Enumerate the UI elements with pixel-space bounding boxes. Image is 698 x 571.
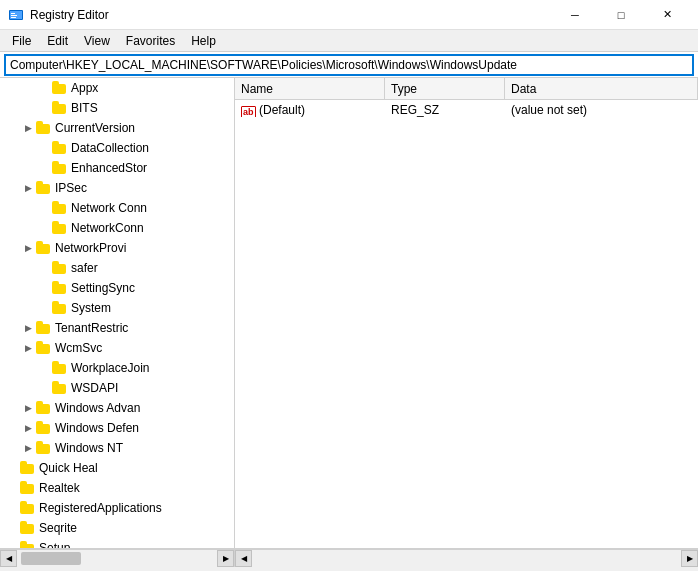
folder-icon	[36, 401, 52, 415]
folder-icon	[52, 161, 68, 175]
table-body[interactable]: (Default)REG_SZ(value not set)	[235, 100, 698, 548]
tree-label: Windows Defen	[55, 421, 139, 435]
folder-icon	[52, 301, 68, 315]
tree-label: DataCollection	[71, 141, 149, 155]
bottom-scrollbar: ◀ ▶ ◀ ▶	[0, 549, 698, 566]
tree-item[interactable]: DataCollection	[0, 138, 234, 158]
tree-arrow: ▶	[20, 423, 36, 433]
cell-type: REG_SZ	[385, 103, 505, 117]
folder-icon	[52, 381, 68, 395]
tree-item[interactable]: Appx	[0, 78, 234, 98]
folder-icon	[36, 421, 52, 435]
title-bar-controls: ─ □ ✕	[552, 0, 690, 30]
tree-item[interactable]: Seqrite	[0, 518, 234, 538]
tree-label: WcmSvc	[55, 341, 102, 355]
tree-item[interactable]: ▶Windows Advan	[0, 398, 234, 418]
menu-view[interactable]: View	[76, 30, 118, 51]
tree-label: Seqrite	[39, 521, 77, 535]
tree-item[interactable]: Setup	[0, 538, 234, 548]
tree-item[interactable]: Quick Heal	[0, 458, 234, 478]
menu-help[interactable]: Help	[183, 30, 224, 51]
folder-icon	[20, 521, 36, 535]
tree-item[interactable]: WSDAPI	[0, 378, 234, 398]
address-bar	[0, 52, 698, 78]
tree-panel: AppxBITS▶CurrentVersionDataCollectionEnh…	[0, 78, 235, 548]
cell-name: (Default)	[235, 103, 385, 117]
right-panel: Name Type Data (Default)REG_SZ(value not…	[235, 78, 698, 548]
scroll-left-btn-right[interactable]: ◀	[235, 550, 252, 567]
title-bar-title: Registry Editor	[30, 8, 109, 22]
svg-rect-2	[11, 13, 15, 14]
tree-item[interactable]: ▶Windows NT	[0, 438, 234, 458]
tree-item[interactable]: Network Conn	[0, 198, 234, 218]
maximize-button[interactable]: □	[598, 0, 644, 30]
tree-item[interactable]: ▶NetworkProvi	[0, 238, 234, 258]
folder-icon	[52, 261, 68, 275]
menu-file[interactable]: File	[4, 30, 39, 51]
tree-label: Appx	[71, 81, 98, 95]
scroll-right-btn[interactable]: ▶	[217, 550, 234, 567]
tree-item[interactable]: SettingSync	[0, 278, 234, 298]
close-button[interactable]: ✕	[644, 0, 690, 30]
folder-icon	[20, 481, 36, 495]
tree-item[interactable]: BITS	[0, 98, 234, 118]
folder-icon	[20, 501, 36, 515]
tree-item[interactable]: EnhancedStor	[0, 158, 234, 178]
tree-item[interactable]: ▶IPSec	[0, 178, 234, 198]
tree-label: Quick Heal	[39, 461, 98, 475]
tree-arrow: ▶	[20, 123, 36, 133]
tree-item[interactable]: Realtek	[0, 478, 234, 498]
folder-icon	[52, 101, 68, 115]
tree-arrow: ▶	[20, 343, 36, 353]
tree-scroll[interactable]: AppxBITS▶CurrentVersionDataCollectionEnh…	[0, 78, 234, 548]
tree-item[interactable]: System	[0, 298, 234, 318]
scroll-track-left	[17, 550, 217, 567]
tree-item[interactable]: safer	[0, 258, 234, 278]
folder-icon	[52, 141, 68, 155]
tree-label: Windows NT	[55, 441, 123, 455]
tree-item[interactable]: WorkplaceJoin	[0, 358, 234, 378]
app-icon	[8, 7, 24, 23]
tree-arrow: ▶	[20, 183, 36, 193]
tree-item[interactable]: ▶Windows Defen	[0, 418, 234, 438]
tree-arrow: ▶	[20, 323, 36, 333]
tree-item[interactable]: ▶TenantRestric	[0, 318, 234, 338]
tree-label: BITS	[71, 101, 98, 115]
menu-favorites[interactable]: Favorites	[118, 30, 183, 51]
folder-icon	[52, 221, 68, 235]
tree-arrow: ▶	[20, 443, 36, 453]
tree-label: RegisteredApplications	[39, 501, 162, 515]
minimize-button[interactable]: ─	[552, 0, 598, 30]
folder-icon	[20, 541, 36, 548]
table-row[interactable]: (Default)REG_SZ(value not set)	[235, 100, 698, 120]
folder-icon	[36, 181, 52, 195]
folder-icon	[52, 81, 68, 95]
folder-icon	[36, 441, 52, 455]
col-header-type[interactable]: Type	[385, 78, 505, 99]
tree-item[interactable]: ▶CurrentVersion	[0, 118, 234, 138]
title-bar-left: Registry Editor	[8, 7, 109, 23]
address-input[interactable]	[4, 54, 694, 76]
tree-arrow: ▶	[20, 403, 36, 413]
tree-item[interactable]: ▶WcmSvc	[0, 338, 234, 358]
status-bar	[0, 566, 698, 571]
scroll-left-btn[interactable]: ◀	[0, 550, 17, 567]
tree-label: System	[71, 301, 111, 315]
col-header-data[interactable]: Data	[505, 78, 698, 99]
tree-scrollbar[interactable]: ◀ ▶	[0, 550, 235, 566]
folder-icon	[52, 201, 68, 215]
right-scrollbar[interactable]: ◀ ▶	[235, 550, 698, 566]
tree-item[interactable]: NetworkConn	[0, 218, 234, 238]
col-header-name[interactable]: Name	[235, 78, 385, 99]
tree-label: CurrentVersion	[55, 121, 135, 135]
main-content: AppxBITS▶CurrentVersionDataCollectionEnh…	[0, 78, 698, 549]
menu-edit[interactable]: Edit	[39, 30, 76, 51]
tree-label: SettingSync	[71, 281, 135, 295]
tree-item[interactable]: RegisteredApplications	[0, 498, 234, 518]
title-bar: Registry Editor ─ □ ✕	[0, 0, 698, 30]
svg-rect-4	[11, 17, 16, 18]
svg-rect-3	[11, 15, 17, 16]
folder-icon	[36, 321, 52, 335]
scroll-right-btn-right[interactable]: ▶	[681, 550, 698, 567]
scroll-thumb-left	[21, 552, 81, 565]
